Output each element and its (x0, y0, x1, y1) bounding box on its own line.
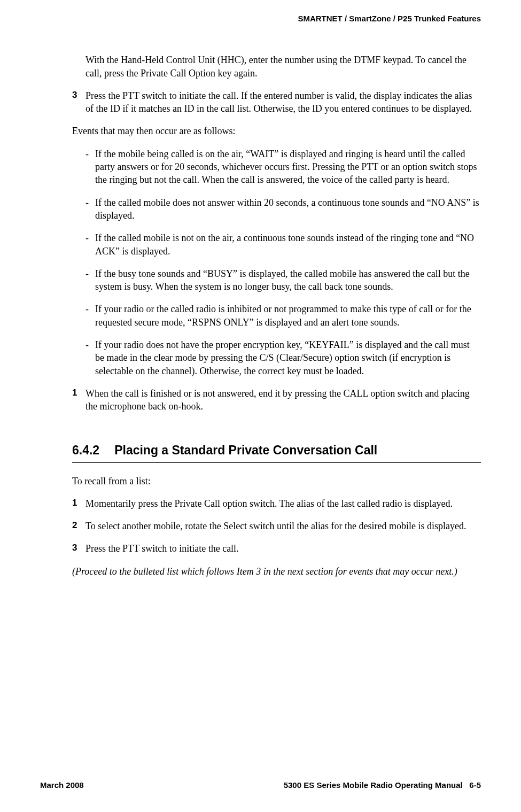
recall-step: 3 Press the PTT switch to initiate the c… (72, 542, 481, 555)
footer-manual: 5300 ES Series Mobile Radio Operating Ma… (284, 780, 463, 790)
step-number: 3 (72, 89, 85, 115)
header-title: SMARTNET / SmartZone / P25 Trunked Featu… (298, 14, 481, 23)
step-text: Press the PTT switch to initiate the cal… (85, 89, 481, 115)
recall-step: 1 Momentarily press the Private Call opt… (72, 497, 481, 510)
bullet-text: If your radio does not have the proper e… (95, 338, 481, 377)
section-title: Placing a Standard Private Conversation … (114, 443, 377, 457)
step-text: To select another mobile, rotate the Sel… (85, 520, 481, 532)
step-text: Press the PTT switch to initiate the cal… (85, 542, 481, 555)
step-text: When the call is finished or is not answ… (85, 387, 481, 413)
bullet-item: - If the mobile being called is on the a… (85, 148, 481, 187)
page-content: With the Hand-Held Control Unit (HHC), e… (72, 53, 481, 578)
step-number: 3 (72, 542, 85, 555)
footer-page: 6-5 (469, 780, 481, 790)
bullet-text: If the called mobile does not answer wit… (95, 196, 481, 222)
bullet-dash: - (85, 267, 95, 293)
footer-right: 5300 ES Series Mobile Radio Operating Ma… (284, 780, 481, 791)
step-3: 3 Press the PTT switch to initiate the c… (72, 89, 481, 115)
footer-date: March 2008 (40, 780, 84, 791)
step-text: Momentarily press the Private Call optio… (85, 497, 481, 510)
bullet-item: - If the called mobile does not answer w… (85, 196, 481, 222)
section-number: 6.4.2 (72, 442, 99, 459)
step-number: 2 (72, 520, 85, 532)
bullet-text: If your radio or the called radio is inh… (95, 303, 481, 329)
step-1-finish: 1 When the call is finished or is not an… (72, 387, 481, 413)
step-number: 1 (72, 497, 85, 510)
bullet-text: If the called mobile is not on the air, … (95, 231, 481, 258)
bullet-item: - If your radio does not have the proper… (85, 338, 481, 377)
proceed-note: (Proceed to the bulleted list which foll… (72, 565, 481, 578)
bullet-dash: - (85, 338, 95, 377)
bullet-dash: - (85, 231, 95, 258)
recall-intro: To recall from a list: (72, 475, 481, 488)
bullet-dash: - (85, 196, 95, 222)
section-rule (72, 462, 481, 463)
intro-paragraph: With the Hand-Held Control Unit (HHC), e… (85, 53, 481, 80)
bullet-dash: - (85, 303, 95, 329)
bullet-dash: - (85, 148, 95, 187)
section-heading: 6.4.2Placing a Standard Private Conversa… (72, 442, 481, 459)
bullet-item: - If the called mobile is not on the air… (85, 231, 481, 258)
bullet-item: - If the busy tone sounds and “BUSY” is … (85, 267, 481, 293)
events-intro: Events that may then occur are as follow… (72, 125, 481, 137)
bullet-text: If the mobile being called is on the air… (95, 148, 481, 187)
page-header: SMARTNET / SmartZone / P25 Trunked Featu… (40, 13, 481, 24)
recall-step: 2 To select another mobile, rotate the S… (72, 520, 481, 532)
bullet-text: If the busy tone sounds and “BUSY” is di… (95, 267, 481, 293)
step-number: 1 (72, 387, 85, 413)
bullet-item: - If your radio or the called radio is i… (85, 303, 481, 329)
page-footer: March 2008 5300 ES Series Mobile Radio O… (40, 780, 481, 791)
